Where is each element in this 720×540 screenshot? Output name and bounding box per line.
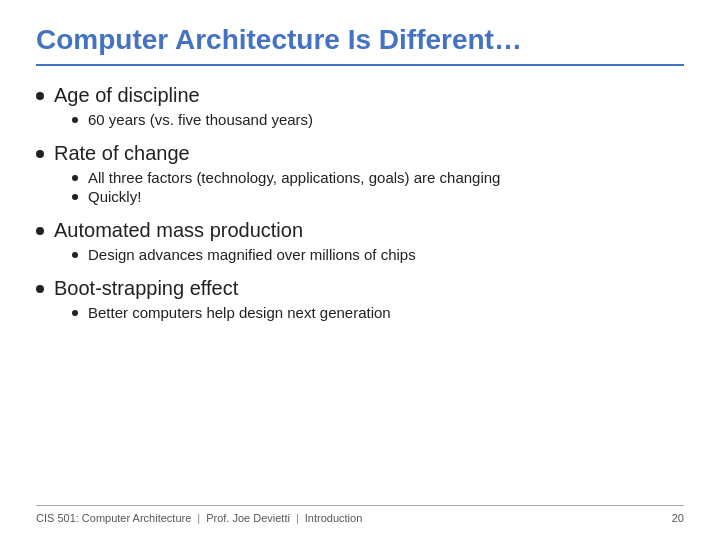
bullet-2-text: Rate of change: [54, 142, 190, 165]
footer-professor: Prof. Joe Devietti: [206, 512, 290, 524]
bullet-4-sub-1-text: Better computers help design next genera…: [88, 304, 391, 321]
bullet-4-text: Boot-strapping effect: [54, 277, 238, 300]
bullet-2-sub-2-dot: [72, 194, 78, 200]
footer-left: CIS 501: Computer Architecture | Prof. J…: [36, 512, 362, 524]
bullet-1-text: Age of discipline: [54, 84, 200, 107]
bullet-3-label: Automated mass production: [36, 219, 684, 242]
bullet-1-subs: 60 years (vs. five thousand years): [72, 111, 684, 128]
footer-topic: Introduction: [305, 512, 362, 524]
bullet-2-dot: [36, 150, 44, 158]
bullet-1-dot: [36, 92, 44, 100]
footer-sep-1: |: [197, 512, 200, 524]
bullet-4-dot: [36, 285, 44, 293]
bullet-4-sub-1: Better computers help design next genera…: [72, 304, 684, 321]
bullet-2-sub-2: Quickly!: [72, 188, 684, 205]
slide-title: Computer Architecture Is Different…: [36, 24, 684, 66]
bullet-1-label: Age of discipline: [36, 84, 684, 107]
bullet-1: Age of discipline 60 years (vs. five tho…: [36, 84, 684, 128]
bullet-2: Rate of change All three factors (techno…: [36, 142, 684, 205]
bullet-2-subs: All three factors (technology, applicati…: [72, 169, 684, 205]
bullet-2-label: Rate of change: [36, 142, 684, 165]
bullet-2-sub-1-text: All three factors (technology, applicati…: [88, 169, 500, 186]
slide: Computer Architecture Is Different… Age …: [0, 0, 720, 540]
bullet-1-sub-1-text: 60 years (vs. five thousand years): [88, 111, 313, 128]
footer-page: 20: [672, 512, 684, 524]
bullet-4-sub-1-dot: [72, 310, 78, 316]
bullet-4-subs: Better computers help design next genera…: [72, 304, 684, 321]
bullet-2-sub-1-dot: [72, 175, 78, 181]
bullet-2-sub-1: All three factors (technology, applicati…: [72, 169, 684, 186]
bullet-1-sub-1-dot: [72, 117, 78, 123]
bullet-3-sub-1: Design advances magnified over millions …: [72, 246, 684, 263]
footer-course: CIS 501: Computer Architecture: [36, 512, 191, 524]
bullet-2-sub-2-text: Quickly!: [88, 188, 141, 205]
bullet-3-text: Automated mass production: [54, 219, 303, 242]
bullet-1-sub-1: 60 years (vs. five thousand years): [72, 111, 684, 128]
slide-footer: CIS 501: Computer Architecture | Prof. J…: [36, 505, 684, 524]
bullet-3: Automated mass production Design advance…: [36, 219, 684, 263]
bullet-3-dot: [36, 227, 44, 235]
footer-sep-2: |: [296, 512, 299, 524]
bullet-3-subs: Design advances magnified over millions …: [72, 246, 684, 263]
bullet-4: Boot-strapping effect Better computers h…: [36, 277, 684, 321]
bullet-3-sub-1-dot: [72, 252, 78, 258]
bullet-4-label: Boot-strapping effect: [36, 277, 684, 300]
bullet-3-sub-1-text: Design advances magnified over millions …: [88, 246, 416, 263]
slide-content: Age of discipline 60 years (vs. five tho…: [36, 84, 684, 497]
